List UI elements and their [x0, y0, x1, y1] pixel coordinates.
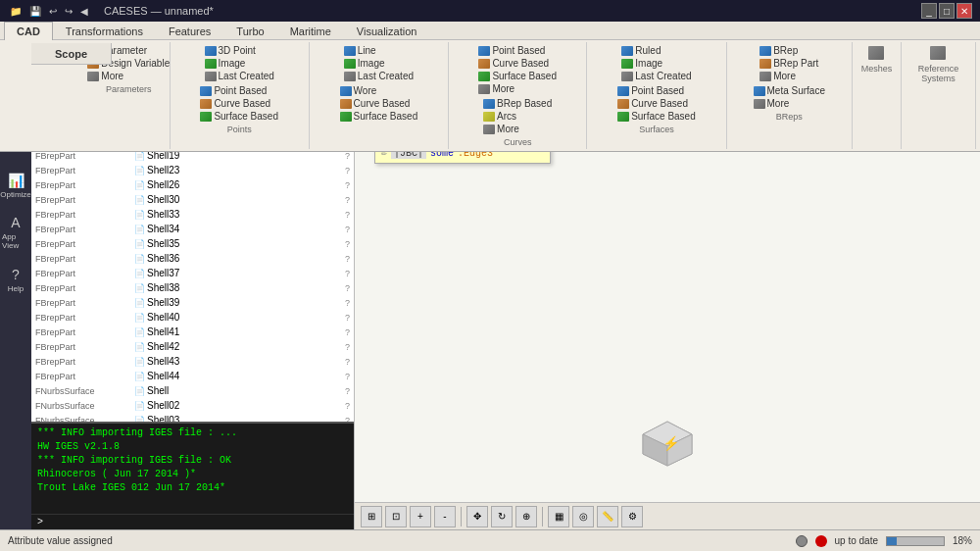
brep-item[interactable]: BRep: [758, 44, 820, 57]
file-icon: 📄: [134, 372, 145, 381]
surfaces-last-created-item[interactable]: Last Created: [619, 70, 693, 82]
points-last-created-item[interactable]: Last Created: [203, 70, 276, 82]
file-icon: 📄: [134, 210, 145, 220]
save-icon[interactable]: 💾: [27, 6, 43, 17]
curves-more2-item[interactable]: More: [481, 123, 554, 135]
points-surface-based-item[interactable]: Surface Based: [198, 110, 280, 123]
list-item[interactable]: FBrepPart 📄 Shell37 ?: [31, 266, 354, 280]
breps-more2-item[interactable]: More: [752, 97, 827, 110]
surfaces-point-based-item[interactable]: Point Based: [615, 84, 698, 97]
back-icon[interactable]: ◀: [78, 6, 90, 17]
list-item[interactable]: FBrepPart 📄 Shell39 ?: [31, 295, 354, 310]
lines-curve-based-item[interactable]: Curve Based: [338, 97, 420, 110]
brep-based-item[interactable]: BRep Based: [481, 97, 554, 110]
list-item[interactable]: FBrepPart 📄 Shell23 ?: [31, 163, 354, 177]
list-item[interactable]: FBrepPart 📄 Shell43 ?: [31, 354, 354, 369]
list-item[interactable]: FBrepPart 📄 Shell40 ?: [31, 310, 354, 325]
list-item[interactable]: FNurbsSurface 📄 Shell02 ?: [31, 398, 354, 413]
canvas-tool-measure[interactable]: 📏: [597, 506, 618, 527]
tab-maritime[interactable]: Maritime: [277, 22, 344, 40]
surfaces-surface-based-item[interactable]: Surface Based: [615, 110, 698, 123]
list-item[interactable]: FBrepPart 📄 Shell36 ?: [31, 251, 354, 266]
lines-surface-based-item[interactable]: Surface Based: [338, 110, 420, 123]
canvas-tool-zoom-fit[interactable]: ⊡: [385, 506, 407, 527]
curves-more-item[interactable]: More: [476, 82, 559, 95]
list-item[interactable]: FBrepPart 📄 Shell33 ?: [31, 207, 354, 222]
redo-icon[interactable]: ↪: [63, 6, 74, 17]
canvas-tool-grid[interactable]: ▦: [548, 506, 569, 527]
restore-button[interactable]: □: [939, 3, 955, 19]
canvas-tool-zoom-in[interactable]: +: [410, 506, 431, 527]
undo-icon[interactable]: ↩: [47, 6, 59, 17]
sidebar-btn-optimize[interactable]: 📊 Optimize: [2, 163, 29, 208]
points-curve-based-item[interactable]: Curve Based: [198, 97, 280, 110]
tab-turbo[interactable]: Turbo: [223, 22, 276, 40]
list-item[interactable]: FBrepPart 📄 Shell35 ?: [31, 236, 354, 251]
brep-part-icon: [760, 59, 771, 69]
console-input[interactable]: [47, 517, 348, 527]
list-item[interactable]: FBrepPart 📄 Shell42 ?: [31, 339, 354, 354]
line-icon: [344, 46, 356, 56]
list-item[interactable]: FNurbsSurface 📄 Shell ?: [31, 383, 354, 398]
list-item[interactable]: FBrepPart 📄 Shell34 ?: [31, 222, 354, 236]
title-bar-controls[interactable]: _ □ ✕: [921, 3, 972, 19]
reference-button[interactable]: [923, 44, 953, 62]
canvas-toolbar: ⊞ ⊡ + - ✥ ↻ ⊕ ▦ ◎ 📏 ⚙: [355, 502, 980, 529]
ribbon-content: Parameter Design Variable More Parameter…: [0, 40, 980, 151]
surfaces-image-item[interactable]: Image: [619, 57, 693, 70]
tab-features[interactable]: Features: [156, 22, 223, 40]
list-item[interactable]: FBrepPart 📄 Shell41 ?: [31, 325, 354, 339]
file-icon[interactable]: 📁: [8, 6, 24, 17]
list-item[interactable]: FBrepPart 📄 Shell26 ?: [31, 177, 354, 192]
tab-transformations[interactable]: Transformations: [53, 22, 156, 40]
canvas-tool-settings[interactable]: ⚙: [621, 506, 643, 527]
arcs-item[interactable]: Arcs: [481, 110, 554, 123]
canvas-tool-select[interactable]: ⊕: [515, 506, 537, 527]
status-attr-text: Attribute value assigned: [8, 535, 113, 546]
tab-cad[interactable]: CAD: [4, 22, 53, 40]
points-image-item[interactable]: Image: [203, 57, 276, 70]
file-icon: 📄: [134, 357, 145, 367]
minimize-button[interactable]: _: [921, 3, 937, 19]
close-button[interactable]: ✕: [956, 3, 972, 19]
canvas-tool-snap[interactable]: ◎: [572, 506, 594, 527]
curves-point-based-item[interactable]: Point Based: [476, 44, 559, 57]
list-item[interactable]: FBrepPart 📄 Shell44 ?: [31, 369, 354, 383]
canvas-tool-rotate[interactable]: ↻: [491, 506, 513, 527]
canvas-tool-pan[interactable]: ✥: [466, 506, 488, 527]
canvas-tool-zoom-out[interactable]: -: [434, 506, 456, 527]
list-item[interactable]: FBrepPart 📄 Shell30 ?: [31, 192, 354, 207]
sidebar-btn-help[interactable]: ? Help: [2, 257, 29, 302]
lines-col2: Wore Curve Based Surface Based: [338, 84, 420, 123]
line-item[interactable]: Line: [342, 44, 416, 57]
surfaces-curve-based-item[interactable]: Curve Based: [615, 97, 698, 110]
list-item[interactable]: FBrepPart 📄 Shell38 ?: [31, 280, 354, 295]
progress-text: 18%: [953, 535, 972, 546]
reference-icon: [930, 46, 946, 60]
console-panel: *** INFO importing IGES file : ... HW IG…: [31, 422, 354, 529]
canvas-tool-home[interactable]: ⊞: [361, 506, 382, 527]
curves-curve-based-item[interactable]: Curve Based: [476, 57, 559, 70]
curves-col1: Point Based Curve Based Surface Based Mo…: [476, 44, 559, 95]
parameters-more-item[interactable]: More: [85, 70, 172, 82]
shape-3d: ⚡: [638, 417, 697, 473]
curves-surface-based-item[interactable]: Surface Based: [476, 70, 559, 82]
wore-item[interactable]: Wore: [338, 84, 420, 97]
file-icon: 📄: [134, 386, 145, 396]
meta-surface-item[interactable]: Meta Surface: [752, 84, 827, 97]
brep-part-item[interactable]: BRep Part: [758, 57, 820, 70]
points-point-based-item[interactable]: Point Based: [198, 84, 280, 97]
3d-point-item[interactable]: 3D Point: [203, 44, 276, 57]
breps-more-item[interactable]: More: [758, 70, 820, 82]
title-bar-icons[interactable]: 📁 💾 ↩ ↪ ◀: [8, 6, 90, 17]
ruled-item[interactable]: Ruled: [619, 44, 693, 57]
lines-last-created-item[interactable]: Last Created: [342, 70, 416, 82]
meshes-button[interactable]: [861, 44, 891, 62]
tab-visualization[interactable]: Visualization: [344, 22, 430, 40]
help-icon: ?: [12, 267, 20, 282]
progress-bar: [886, 536, 945, 546]
list-item[interactable]: FNurbsSurface 📄 Shell03 ?: [31, 413, 354, 422]
lines-image-item[interactable]: Image: [342, 57, 416, 70]
sidebar-btn-appview[interactable]: A App View: [2, 210, 29, 255]
console-line: HW IGES v2.1.8: [37, 440, 348, 454]
